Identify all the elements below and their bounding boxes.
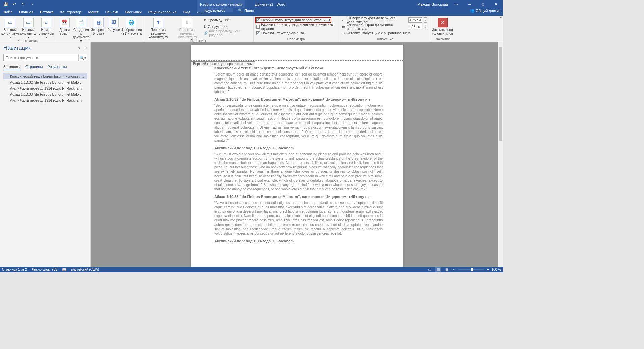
footer-button[interactable]: ▭Нижний колонтитул ▾ [19,16,37,39]
minimize-icon[interactable]: — [464,0,475,8]
paragraph: "Sed ut perspiciatis unde omnis iste nat… [214,103,383,143]
nav-item[interactable]: Английский перевод 1914 года, H. Rackham [3,97,87,103]
pagenum-button[interactable]: #Номер страницы ▾ [38,16,55,39]
pos-icon: ▭ [342,18,345,22]
nav-search-input[interactable] [4,54,78,61]
next-icon: ⬇ [203,24,206,29]
nav-item[interactable]: Классический текст Lorem Ipsum, использу… [3,73,87,79]
nav-close-icon[interactable]: ✕ [84,46,87,50]
datetime-button[interactable]: 📅Дата и время [58,16,71,35]
insert-tab-button[interactable]: ⇥Вставить табуляцию с выравниванием [341,30,411,36]
status-words[interactable]: Число слов: 703 [32,268,57,271]
document-area[interactable]: Верхний колонтитул первой страницы Класс… [91,42,503,267]
goto-header-button[interactable]: ⬆Перейти к верхнему колонтитулу [144,16,172,39]
zoom-out-icon[interactable]: − [453,268,455,271]
spellcheck-icon[interactable]: 📖 [62,268,66,271]
main-area: Навигация ▾ ✕ 🔍▾ Заголовки Страницы Резу… [0,42,503,267]
zoom-in-icon[interactable]: + [487,268,489,271]
status-page[interactable]: Страница 1 из 2 [2,268,27,271]
nav-title: Навигация [3,45,32,51]
header-boundary [191,60,403,61]
footer-from-bottom[interactable]: ▭От нижнего края до нижнего колонтитула:… [341,23,428,30]
title-bar: 💾 ↶ ↻ ▾ Работа с колонтитулами Документ1… [0,0,503,8]
collapse-ribbon-icon[interactable]: ⌃ [498,16,503,42]
tab-home[interactable]: Главная [16,8,37,16]
tab-icon: ⇥ [342,31,345,35]
page[interactable]: Верхний колонтитул первой страницы Класс… [191,45,403,267]
heading: Английский перевод 1914 года, H. Rackham [214,146,383,150]
undo-icon[interactable]: ↶ [11,1,18,8]
group-label: Положение [341,37,428,42]
zoom-slider[interactable] [458,269,484,270]
navigation-pane: Навигация ▾ ✕ 🔍▾ Заголовки Страницы Резу… [0,42,91,267]
link-previous-button: 🔗Как в предыдущем разделе [202,30,252,36]
group-label: Закрытие [431,37,454,42]
share-button[interactable]: 👥 Общий доступ [470,8,500,13]
checkbox-icon [256,25,260,29]
spinner[interactable]: ▲▼ [423,24,427,29]
qat-more-icon[interactable]: ▾ [28,1,36,8]
save-icon[interactable]: 💾 [2,1,9,8]
heading: Классический текст Lorem Ipsum, использу… [214,66,383,70]
tab-layout[interactable]: Макет [85,8,102,16]
show-doc-checkbox[interactable]: Показать текст документа [255,30,305,36]
web-layout-icon[interactable]: ▦ [444,267,450,272]
context-tab-hf: Работа с колонтитулами [197,0,246,8]
tab-mailings[interactable]: Рассылки [121,8,145,16]
spinner[interactable]: ▲▼ [424,17,427,23]
group-label: Параметры [255,37,338,42]
footer-bottom-input[interactable]: 1,25 см [408,24,422,29]
paragraph: "Lorem ipsum dolor sit amet, consectetur… [214,72,383,94]
heading: Абзац 1.10.33 "de Finibus Bonorum et Mal… [214,195,383,199]
odd-even-checkbox[interactable]: Разные колонтитулы для четных и нечетных… [255,23,338,30]
share-icon: 👥 [470,8,474,13]
tab-references[interactable]: Ссылки [102,8,122,16]
link-icon: 🔗 [203,31,208,35]
nav-tab-headings[interactable]: Заголовки [3,65,21,70]
nav-item[interactable]: Абзац 1.10.32 "de Finibus Bonorum et Mal… [3,79,87,85]
online-pictures-button[interactable]: 🌐Изображения из Интернета [121,16,141,35]
window-title: Документ1 - Word [255,2,285,6]
tab-view[interactable]: Вид [180,8,194,16]
search-tab[interactable]: 🔍 Поиск [238,8,254,13]
tab-hf-design[interactable]: Конструктор [197,8,233,12]
heading: Абзац 1.10.32 "de Finibus Bonorum et Mal… [214,97,383,101]
previous-button[interactable]: ⬆Предыдущий [202,17,252,23]
close-hf-button[interactable]: ✕Закрыть окно колонтитулов [431,16,454,35]
nav-item[interactable]: Английский перевод 1914 года, H. Rackham [3,85,87,91]
nav-dropdown-icon[interactable]: ▾ [78,46,80,50]
heading: Английский перевод 1914 года, H. Rackham [214,239,383,243]
zoom-level[interactable]: 100 % [492,268,501,271]
nav-tab-pages[interactable]: Страницы [25,65,43,70]
nav-tab-results[interactable]: Результаты [48,65,67,70]
read-mode-icon[interactable]: ▭ [427,267,433,272]
tab-review[interactable]: Рецензирование [145,8,180,16]
nav-search[interactable]: 🔍▾ [3,54,87,61]
pictures-button[interactable]: 🖼Рисунки [107,16,120,32]
ribbon: ▭Верхний колонтитул ▾ ▭Нижний колонтитул… [0,16,503,42]
header-button[interactable]: ▭Верхний колонтитул ▾ [1,16,19,39]
scroll-thumb[interactable] [499,47,502,141]
quickparts-button[interactable]: ▦Экспресс- блоки ▾ [91,16,106,35]
print-layout-icon[interactable]: ▤ [435,267,441,272]
search-icon: 🔍 [238,8,243,13]
close-icon[interactable]: ✕ [490,0,502,8]
status-bar: Страница 1 из 2 Число слов: 703 📖 англий… [0,267,503,272]
paragraph: "But I must explain to you how all this … [214,152,383,191]
nav-item[interactable]: Абзац 1.10.33 "de Finibus Bonorum et Mal… [3,91,87,97]
maximize-icon[interactable]: ▢ [477,0,488,8]
user-name: Максим Волоцкий [417,2,448,6]
tab-file[interactable]: Файл [0,8,16,16]
tab-insert[interactable]: Вставка [37,8,57,16]
docinfo-button[interactable]: 📄Сведения о документе ▾ [72,16,90,43]
vertical-scrollbar[interactable] [498,42,503,267]
search-icon[interactable]: 🔍▾ [78,54,87,61]
ribbon-options-icon[interactable]: ▭ [450,0,462,8]
tab-design[interactable]: Конструктор [57,8,85,16]
header-label: Верхний колонтитул первой страницы [191,61,255,66]
pos-icon: ▭ [342,24,345,29]
status-lang[interactable]: английский (США) [71,268,99,271]
prev-icon: ⬆ [203,18,206,22]
header-top-input[interactable]: 1,25 см [408,17,422,23]
redo-icon[interactable]: ↻ [19,1,27,8]
